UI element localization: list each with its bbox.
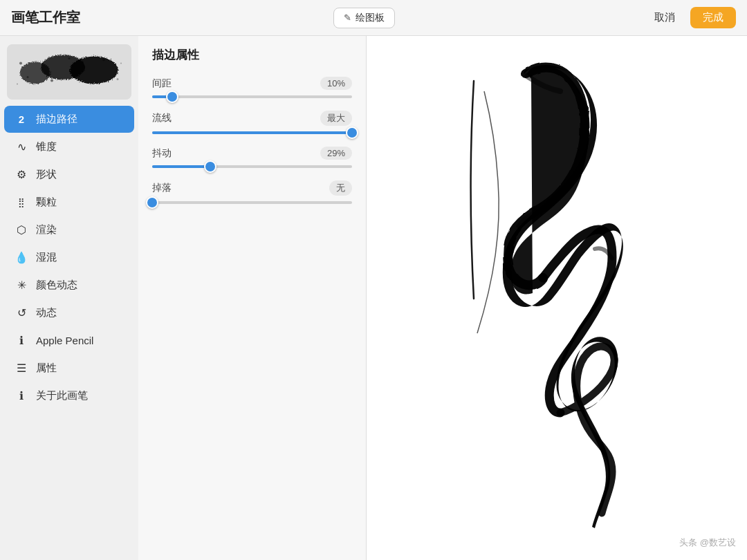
drawing-canvas[interactable]: 头条 @数艺设 — [367, 36, 747, 560]
top-bar-center: ✎ 绘图板 — [333, 8, 395, 28]
sidebar-item-grain[interactable]: ⣿ 颗粒 — [4, 189, 134, 216]
drawing-board-button[interactable]: ✎ 绘图板 — [333, 8, 395, 28]
brush-preview-canvas — [7, 44, 131, 100]
properties-icon: ☰ — [14, 362, 29, 375]
canvas-svg — [367, 36, 747, 560]
falloff-row: 掉落 无 — [152, 180, 352, 204]
app-title: 画笔工作室 — [11, 8, 80, 27]
jitter-fill — [152, 165, 210, 168]
svg-point-6 — [50, 80, 53, 82]
properties-panel: 描边属性 间距 10% 流线 最大 — [138, 36, 367, 560]
about-icon: ℹ — [14, 389, 29, 402]
jitter-slider[interactable] — [152, 165, 352, 168]
drawing-board-label: 绘图板 — [356, 12, 385, 24]
svg-point-10 — [117, 78, 119, 80]
taper-icon: ∿ — [14, 140, 29, 153]
spacing-value: 10% — [320, 77, 352, 90]
sidebar-item-dynamic-label: 动态 — [36, 306, 57, 319]
sidebar-item-about-label: 关于此画笔 — [36, 389, 88, 402]
falloff-thumb[interactable] — [146, 196, 158, 209]
sidebar-item-stroke-path[interactable]: 2 描边路径 — [4, 106, 134, 133]
sidebar-item-apple-pencil[interactable]: ℹ Apple Pencil — [4, 327, 134, 354]
top-bar: 画笔工作室 ✎ 绘图板 取消 完成 — [0, 0, 747, 36]
sidebar-item-apple-pencil-label: Apple Pencil — [36, 335, 93, 346]
sidebar-item-about[interactable]: ℹ 关于此画笔 — [4, 382, 134, 409]
spacing-slider[interactable] — [152, 95, 352, 98]
streamline-header: 流线 最大 — [152, 111, 352, 126]
done-button[interactable]: 完成 — [690, 7, 736, 28]
sidebar-item-wetmix[interactable]: 💧 湿混 — [4, 244, 134, 271]
sidebar-item-shape-label: 形状 — [36, 168, 57, 181]
sidebar-item-dynamic[interactable]: ↺ 动态 — [4, 299, 134, 326]
spacing-row: 间距 10% — [152, 77, 352, 98]
cancel-button[interactable]: 取消 — [647, 7, 682, 28]
sidebar-item-color-dyn[interactable]: ✳ 颜色动态 — [4, 272, 134, 299]
jitter-thumb[interactable] — [204, 160, 216, 173]
brush-preview — [7, 44, 131, 100]
streamline-label: 流线 — [152, 112, 172, 124]
svg-point-4 — [27, 76, 29, 78]
falloff-label: 掉落 — [152, 182, 172, 194]
streamline-fill — [152, 131, 352, 134]
jitter-header: 抖动 29% — [152, 147, 352, 160]
wetmix-icon: 💧 — [14, 251, 29, 264]
falloff-value: 无 — [329, 180, 352, 196]
panel-title: 描边属性 — [152, 47, 352, 63]
svg-point-9 — [102, 59, 105, 62]
sidebar-item-render-label: 渲染 — [36, 223, 57, 236]
spacing-header: 间距 10% — [152, 77, 352, 90]
sidebar-item-color-dyn-label: 颜色动态 — [36, 279, 77, 292]
svg-point-7 — [68, 57, 71, 59]
sidebar-item-render[interactable]: ⬡ 渲染 — [4, 216, 134, 243]
dynamic-icon: ↺ — [14, 306, 29, 319]
sidebar-item-taper-label: 锥度 — [36, 140, 57, 153]
sidebar-item-properties[interactable]: ☰ 属性 — [4, 355, 134, 382]
sidebar-item-grain-label: 颗粒 — [36, 196, 57, 209]
falloff-header: 掉落 无 — [152, 180, 352, 196]
svg-point-8 — [79, 82, 80, 83]
brush-preview-svg — [14, 53, 124, 91]
watermark: 头条 @数艺设 — [679, 536, 736, 549]
falloff-slider[interactable] — [152, 201, 352, 204]
render-icon: ⬡ — [14, 223, 29, 236]
streamline-thumb[interactable] — [346, 127, 358, 139]
sidebar-item-shape[interactable]: ⚙ 形状 — [4, 161, 134, 188]
sidebar-item-stroke-path-label: 描边路径 — [36, 113, 77, 126]
sidebar-item-taper[interactable]: ∿ 锥度 — [4, 133, 134, 160]
jitter-row: 抖动 29% — [152, 147, 352, 168]
shape-icon: ⚙ — [14, 168, 29, 181]
apple-pencil-icon: ℹ — [14, 334, 29, 347]
svg-point-5 — [44, 59, 46, 61]
streamline-row: 流线 最大 — [152, 111, 352, 134]
grain-icon: ⣿ — [14, 197, 29, 207]
jitter-value: 29% — [320, 147, 352, 160]
color-dyn-icon: ✳ — [14, 279, 29, 292]
streamline-value: 最大 — [320, 111, 352, 126]
spacing-label: 间距 — [152, 77, 172, 90]
sidebar-item-properties-label: 属性 — [36, 362, 57, 375]
top-bar-right: 取消 完成 — [647, 7, 736, 28]
sidebar: 2 描边路径 ∿ 锥度 ⚙ 形状 ⣿ 颗粒 ⬡ 渲染 — [0, 36, 138, 560]
svg-point-11 — [17, 84, 18, 85]
jitter-label: 抖动 — [152, 147, 172, 160]
spacing-thumb[interactable] — [166, 91, 178, 103]
svg-point-12 — [120, 63, 122, 64]
svg-point-2 — [69, 56, 118, 84]
main-content: 2 描边路径 ∿ 锥度 ⚙ 形状 ⣿ 颗粒 ⬡ 渲染 — [0, 36, 747, 560]
sidebar-nav: 2 描边路径 ∿ 锥度 ⚙ 形状 ⣿ 颗粒 ⬡ 渲染 — [0, 105, 138, 554]
streamline-slider[interactable] — [152, 131, 352, 134]
svg-point-3 — [19, 62, 22, 65]
edit-icon: ✎ — [344, 12, 351, 23]
sidebar-item-wetmix-label: 湿混 — [36, 251, 57, 264]
stroke-path-icon: 2 — [14, 113, 29, 125]
